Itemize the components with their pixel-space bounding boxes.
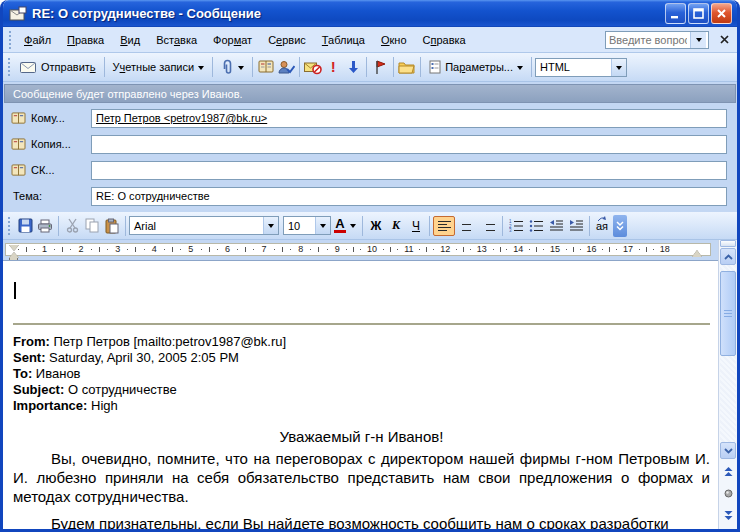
menu-item[interactable]: Таблица [314, 31, 373, 49]
send-button[interactable]: Отправить [15, 59, 101, 76]
bold-button[interactable]: Ж [366, 219, 386, 233]
message-body[interactable]: From: Петр Петров [mailto:petrov1987@bk.… [3, 260, 718, 529]
accounts-button[interactable]: Учетные записи [108, 59, 210, 75]
ask-question-box [605, 31, 709, 49]
ruler-cell: 2 [51, 244, 88, 255]
message-options-button[interactable]: Параметры... [424, 58, 528, 76]
chevron-down-icon [724, 448, 733, 454]
separator [531, 57, 532, 77]
font-size-combo[interactable]: 10 [283, 216, 331, 235]
scroll-down-button[interactable] [720, 442, 736, 459]
underline-button[interactable]: Ч [406, 219, 426, 233]
scrollbar-track[interactable] [720, 265, 736, 442]
bulleted-list-icon [529, 219, 544, 232]
menu-item[interactable]: Вставка [148, 31, 205, 49]
first-line-indent-marker[interactable] [9, 245, 19, 251]
menu-item[interactable]: Правка [59, 31, 112, 49]
ruler-tick [390, 247, 391, 252]
copy-button[interactable] [82, 216, 102, 236]
ruler-tick [529, 249, 530, 250]
toolbar-grip[interactable] [7, 216, 12, 236]
minimize-button[interactable] [665, 3, 686, 24]
to-button[interactable]: Кому... [11, 112, 91, 125]
language-button[interactable]: aя [593, 219, 611, 233]
browse-object-panel [719, 459, 737, 529]
importance-high-button[interactable]: ! [323, 57, 343, 77]
align-center-button[interactable] [455, 216, 477, 236]
to-input[interactable] [91, 109, 727, 128]
bcc-button[interactable]: СК... [11, 164, 91, 177]
question-dropdown-button[interactable] [690, 32, 706, 48]
italic-button[interactable]: К [386, 218, 406, 233]
quoted-header-line: Sent: Saturday, April 30, 2005 2:05 PM [13, 350, 710, 366]
title-bar: RE: О сотрудничестве - Сообщение [3, 0, 737, 27]
hanging-indent-marker[interactable] [9, 252, 19, 258]
decrease-indent-icon [549, 219, 564, 232]
cc-input[interactable] [91, 135, 727, 154]
svg-text:3: 3 [509, 228, 512, 232]
menubar-grip[interactable] [8, 30, 13, 50]
close-document-button[interactable] [715, 31, 733, 49]
body-paragraph: Будем признательны, если Вы найдете возм… [13, 514, 710, 529]
scroll-up-button[interactable] [720, 248, 736, 265]
align-left-button[interactable] [433, 216, 455, 236]
check-names-button[interactable] [276, 57, 296, 77]
attach-file-button[interactable] [216, 57, 249, 78]
next-page-button[interactable] [722, 509, 735, 522]
split-handle[interactable] [720, 240, 736, 247]
print-button[interactable] [35, 216, 55, 236]
ruler-tick [217, 249, 218, 250]
ruler-tick [506, 249, 507, 250]
toolbar-grip[interactable] [7, 57, 12, 77]
font-color-button[interactable]: А [331, 217, 359, 234]
save-floppy-icon [18, 218, 33, 233]
address-book-icon [11, 164, 26, 177]
font-name-combo[interactable]: Arial [129, 216, 279, 235]
ruler-tick [318, 247, 319, 252]
permission-button[interactable] [303, 57, 323, 77]
increase-indent-button[interactable] [566, 216, 586, 236]
align-center-icon [460, 221, 473, 231]
menu-item[interactable]: Вид [112, 31, 148, 49]
paste-button[interactable] [102, 216, 122, 236]
select-browse-object-button[interactable] [722, 487, 735, 500]
follow-up-flag-button[interactable] [370, 57, 390, 77]
save-to-folder-button[interactable] [397, 57, 417, 77]
ask-question-input[interactable] [606, 34, 690, 46]
subject-input[interactable] [91, 187, 727, 206]
ruler-cell: 3 [87, 244, 124, 255]
toolbar-options-button[interactable] [613, 215, 627, 237]
menu-bar: Файл Правка Вид Вставка Формат Сервис Та… [3, 27, 737, 53]
previous-page-button[interactable] [722, 465, 735, 478]
decrease-indent-button[interactable] [546, 216, 566, 236]
font-color-icon: А [334, 218, 346, 233]
menu-item[interactable]: Файл [16, 31, 59, 49]
format-dropdown-button[interactable] [611, 59, 626, 76]
bcc-input[interactable] [91, 161, 727, 180]
font-size-dropdown[interactable] [315, 217, 330, 234]
importance-low-button[interactable] [343, 57, 363, 77]
ruler-tick [62, 247, 63, 252]
ruler-tick [290, 249, 291, 250]
maximize-button[interactable] [688, 3, 709, 24]
cc-button[interactable]: Копия... [11, 138, 91, 151]
right-indent-marker[interactable] [692, 250, 702, 257]
browse-object-circle-icon [724, 489, 733, 498]
bulleted-list-button[interactable] [526, 216, 546, 236]
save-button[interactable] [15, 216, 35, 236]
address-book-button[interactable] [256, 57, 276, 77]
scrollbar-thumb[interactable] [720, 271, 736, 356]
message-format-combo[interactable]: HTML [535, 58, 627, 77]
separator [125, 216, 126, 236]
ruler-tick [602, 249, 603, 250]
cut-button[interactable] [62, 216, 82, 236]
quoted-header-line: To: Иванов [13, 366, 710, 382]
close-button[interactable] [711, 3, 732, 24]
menu-item[interactable]: Окно [373, 31, 415, 49]
menu-item[interactable]: Справка [415, 31, 474, 49]
menu-item[interactable]: Сервис [260, 31, 314, 49]
font-name-dropdown[interactable] [263, 217, 278, 234]
numbered-list-button[interactable]: 1 2 3 [506, 216, 526, 236]
align-right-button[interactable] [477, 216, 499, 236]
menu-item[interactable]: Формат [205, 31, 260, 49]
